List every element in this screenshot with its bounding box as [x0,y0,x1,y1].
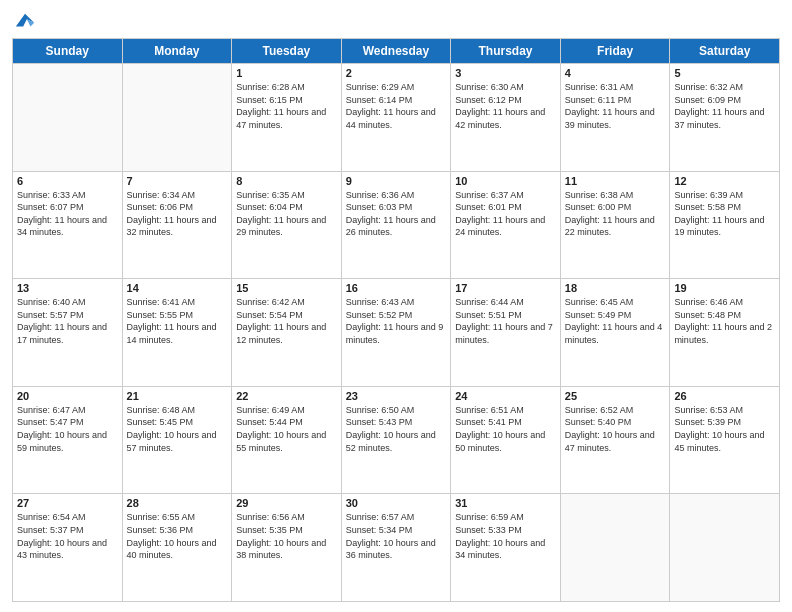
day-number: 13 [17,282,118,294]
calendar-cell: 23Sunrise: 6:50 AMSunset: 5:43 PMDayligh… [341,386,451,494]
day-number: 19 [674,282,775,294]
calendar-header: SundayMondayTuesdayWednesdayThursdayFrid… [13,39,780,64]
day-info: Sunrise: 6:53 AMSunset: 5:39 PMDaylight:… [674,404,775,454]
calendar-cell: 25Sunrise: 6:52 AMSunset: 5:40 PMDayligh… [560,386,670,494]
calendar-cell: 13Sunrise: 6:40 AMSunset: 5:57 PMDayligh… [13,279,123,387]
calendar-cell: 30Sunrise: 6:57 AMSunset: 5:34 PMDayligh… [341,494,451,602]
day-info: Sunrise: 6:57 AMSunset: 5:34 PMDaylight:… [346,511,447,561]
week-row-3: 20Sunrise: 6:47 AMSunset: 5:47 PMDayligh… [13,386,780,494]
day-info: Sunrise: 6:42 AMSunset: 5:54 PMDaylight:… [236,296,337,346]
day-number: 27 [17,497,118,509]
weekday-header-sunday: Sunday [13,39,123,64]
calendar-cell [560,494,670,602]
day-info: Sunrise: 6:30 AMSunset: 6:12 PMDaylight:… [455,81,556,131]
calendar-cell: 26Sunrise: 6:53 AMSunset: 5:39 PMDayligh… [670,386,780,494]
day-info: Sunrise: 6:52 AMSunset: 5:40 PMDaylight:… [565,404,666,454]
day-info: Sunrise: 6:31 AMSunset: 6:11 PMDaylight:… [565,81,666,131]
day-info: Sunrise: 6:45 AMSunset: 5:49 PMDaylight:… [565,296,666,346]
calendar-cell [122,64,232,172]
day-number: 22 [236,390,337,402]
calendar-cell: 10Sunrise: 6:37 AMSunset: 6:01 PMDayligh… [451,171,561,279]
day-number: 29 [236,497,337,509]
week-row-0: 1Sunrise: 6:28 AMSunset: 6:15 PMDaylight… [13,64,780,172]
weekday-header-thursday: Thursday [451,39,561,64]
calendar-cell: 1Sunrise: 6:28 AMSunset: 6:15 PMDaylight… [232,64,342,172]
day-number: 10 [455,175,556,187]
day-number: 15 [236,282,337,294]
day-info: Sunrise: 6:49 AMSunset: 5:44 PMDaylight:… [236,404,337,454]
calendar-cell: 3Sunrise: 6:30 AMSunset: 6:12 PMDaylight… [451,64,561,172]
day-number: 11 [565,175,666,187]
calendar-cell: 17Sunrise: 6:44 AMSunset: 5:51 PMDayligh… [451,279,561,387]
day-info: Sunrise: 6:37 AMSunset: 6:01 PMDaylight:… [455,189,556,239]
calendar-cell: 19Sunrise: 6:46 AMSunset: 5:48 PMDayligh… [670,279,780,387]
week-row-1: 6Sunrise: 6:33 AMSunset: 6:07 PMDaylight… [13,171,780,279]
calendar-cell: 15Sunrise: 6:42 AMSunset: 5:54 PMDayligh… [232,279,342,387]
calendar-table: SundayMondayTuesdayWednesdayThursdayFrid… [12,38,780,602]
day-number: 25 [565,390,666,402]
day-number: 18 [565,282,666,294]
day-number: 3 [455,67,556,79]
day-number: 7 [127,175,228,187]
day-number: 17 [455,282,556,294]
day-number: 12 [674,175,775,187]
calendar-cell: 6Sunrise: 6:33 AMSunset: 6:07 PMDaylight… [13,171,123,279]
calendar-cell: 27Sunrise: 6:54 AMSunset: 5:37 PMDayligh… [13,494,123,602]
calendar-cell: 14Sunrise: 6:41 AMSunset: 5:55 PMDayligh… [122,279,232,387]
day-number: 14 [127,282,228,294]
day-number: 26 [674,390,775,402]
day-info: Sunrise: 6:29 AMSunset: 6:14 PMDaylight:… [346,81,447,131]
calendar-cell [670,494,780,602]
logo [12,10,36,32]
calendar-cell: 5Sunrise: 6:32 AMSunset: 6:09 PMDaylight… [670,64,780,172]
day-info: Sunrise: 6:55 AMSunset: 5:36 PMDaylight:… [127,511,228,561]
day-number: 9 [346,175,447,187]
day-info: Sunrise: 6:40 AMSunset: 5:57 PMDaylight:… [17,296,118,346]
day-info: Sunrise: 6:54 AMSunset: 5:37 PMDaylight:… [17,511,118,561]
day-number: 21 [127,390,228,402]
calendar-cell: 31Sunrise: 6:59 AMSunset: 5:33 PMDayligh… [451,494,561,602]
day-info: Sunrise: 6:38 AMSunset: 6:00 PMDaylight:… [565,189,666,239]
day-number: 5 [674,67,775,79]
day-info: Sunrise: 6:41 AMSunset: 5:55 PMDaylight:… [127,296,228,346]
day-info: Sunrise: 6:43 AMSunset: 5:52 PMDaylight:… [346,296,447,346]
day-info: Sunrise: 6:51 AMSunset: 5:41 PMDaylight:… [455,404,556,454]
day-info: Sunrise: 6:48 AMSunset: 5:45 PMDaylight:… [127,404,228,454]
weekday-header-monday: Monday [122,39,232,64]
weekday-header-saturday: Saturday [670,39,780,64]
day-number: 24 [455,390,556,402]
day-info: Sunrise: 6:59 AMSunset: 5:33 PMDaylight:… [455,511,556,561]
day-number: 4 [565,67,666,79]
week-row-4: 27Sunrise: 6:54 AMSunset: 5:37 PMDayligh… [13,494,780,602]
calendar-cell: 24Sunrise: 6:51 AMSunset: 5:41 PMDayligh… [451,386,561,494]
day-info: Sunrise: 6:34 AMSunset: 6:06 PMDaylight:… [127,189,228,239]
calendar-cell: 12Sunrise: 6:39 AMSunset: 5:58 PMDayligh… [670,171,780,279]
day-info: Sunrise: 6:46 AMSunset: 5:48 PMDaylight:… [674,296,775,346]
calendar-cell: 28Sunrise: 6:55 AMSunset: 5:36 PMDayligh… [122,494,232,602]
day-info: Sunrise: 6:56 AMSunset: 5:35 PMDaylight:… [236,511,337,561]
day-number: 23 [346,390,447,402]
day-info: Sunrise: 6:32 AMSunset: 6:09 PMDaylight:… [674,81,775,131]
weekday-header-friday: Friday [560,39,670,64]
logo-icon [14,10,36,32]
calendar-cell: 20Sunrise: 6:47 AMSunset: 5:47 PMDayligh… [13,386,123,494]
week-row-2: 13Sunrise: 6:40 AMSunset: 5:57 PMDayligh… [13,279,780,387]
calendar-cell: 21Sunrise: 6:48 AMSunset: 5:45 PMDayligh… [122,386,232,494]
day-number: 28 [127,497,228,509]
calendar-cell: 7Sunrise: 6:34 AMSunset: 6:06 PMDaylight… [122,171,232,279]
day-info: Sunrise: 6:33 AMSunset: 6:07 PMDaylight:… [17,189,118,239]
calendar-cell: 16Sunrise: 6:43 AMSunset: 5:52 PMDayligh… [341,279,451,387]
day-info: Sunrise: 6:50 AMSunset: 5:43 PMDaylight:… [346,404,447,454]
weekday-header-wednesday: Wednesday [341,39,451,64]
calendar-body: 1Sunrise: 6:28 AMSunset: 6:15 PMDaylight… [13,64,780,602]
calendar-cell: 29Sunrise: 6:56 AMSunset: 5:35 PMDayligh… [232,494,342,602]
day-number: 16 [346,282,447,294]
calendar-cell: 8Sunrise: 6:35 AMSunset: 6:04 PMDaylight… [232,171,342,279]
day-number: 6 [17,175,118,187]
calendar-cell: 4Sunrise: 6:31 AMSunset: 6:11 PMDaylight… [560,64,670,172]
weekday-row: SundayMondayTuesdayWednesdayThursdayFrid… [13,39,780,64]
day-info: Sunrise: 6:28 AMSunset: 6:15 PMDaylight:… [236,81,337,131]
calendar-cell: 11Sunrise: 6:38 AMSunset: 6:00 PMDayligh… [560,171,670,279]
calendar-cell: 9Sunrise: 6:36 AMSunset: 6:03 PMDaylight… [341,171,451,279]
weekday-header-tuesday: Tuesday [232,39,342,64]
